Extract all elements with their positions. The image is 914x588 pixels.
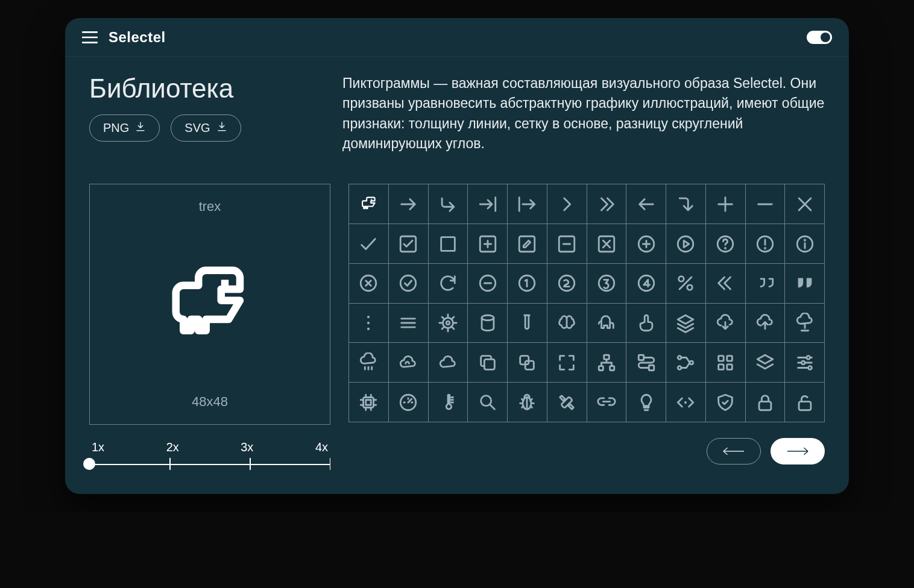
tools-icon[interactable] bbox=[547, 383, 587, 422]
nodes-icon[interactable] bbox=[666, 343, 706, 383]
code-icon[interactable] bbox=[666, 383, 706, 422]
thermometer-icon[interactable] bbox=[429, 383, 468, 422]
plus-icon[interactable] bbox=[706, 184, 746, 224]
page-title: Библиотека bbox=[89, 74, 306, 104]
arrow-to-right-icon[interactable] bbox=[468, 184, 508, 224]
grid-dots-icon[interactable] bbox=[706, 343, 746, 383]
download-svg-label: SVG bbox=[184, 121, 210, 135]
topbar: Selectel bbox=[65, 18, 849, 57]
ship-wheel-icon[interactable] bbox=[429, 304, 468, 343]
minus-icon[interactable] bbox=[746, 184, 786, 224]
arrow-left-icon[interactable] bbox=[626, 184, 666, 224]
next-page-button[interactable] bbox=[771, 438, 825, 464]
checkbox-checked-icon[interactable] bbox=[389, 224, 429, 264]
link-icon[interactable] bbox=[587, 383, 627, 422]
menu-icon[interactable] bbox=[389, 304, 429, 343]
zoom-label-4x: 4x bbox=[315, 440, 328, 454]
x-icon[interactable] bbox=[785, 184, 825, 224]
cylinder-icon[interactable] bbox=[468, 304, 508, 343]
circle-4-icon[interactable] bbox=[626, 264, 666, 304]
svg-rect-56 bbox=[799, 401, 811, 410]
cloud-up-icon[interactable] bbox=[746, 304, 786, 343]
cloud-connect-icon[interactable] bbox=[785, 304, 825, 343]
svg-point-24 bbox=[687, 285, 693, 290]
theme-toggle[interactable] bbox=[807, 31, 832, 44]
svg-point-9 bbox=[678, 236, 694, 252]
circle-minus-icon[interactable] bbox=[468, 264, 508, 304]
search-icon[interactable] bbox=[468, 383, 508, 422]
stack-icon[interactable] bbox=[746, 343, 786, 383]
svg-rect-42 bbox=[719, 355, 724, 361]
shield-check-icon[interactable] bbox=[706, 383, 746, 422]
svg-rect-44 bbox=[719, 364, 724, 370]
corner-down-right-icon[interactable] bbox=[429, 184, 468, 224]
square-edit-icon[interactable] bbox=[508, 224, 547, 264]
download-png-button[interactable]: PNG bbox=[89, 114, 160, 142]
square-minus-icon[interactable] bbox=[547, 224, 587, 264]
sitemap-icon[interactable] bbox=[587, 343, 627, 383]
sliders-icon[interactable] bbox=[785, 343, 825, 383]
elephant-icon[interactable] bbox=[587, 304, 627, 343]
zoom-label-3x: 3x bbox=[241, 440, 253, 454]
chevron-right-icon[interactable] bbox=[547, 184, 587, 224]
gauge-icon[interactable] bbox=[389, 383, 429, 422]
svg-point-11 bbox=[725, 248, 725, 248]
chevrons-right-icon[interactable] bbox=[587, 184, 627, 224]
brain-icon[interactable] bbox=[547, 304, 587, 343]
layers-icon[interactable] bbox=[666, 304, 706, 343]
bug-icon[interactable] bbox=[508, 383, 547, 422]
trex-icon bbox=[165, 214, 255, 394]
prev-page-button[interactable] bbox=[707, 438, 761, 464]
cloud-icon[interactable] bbox=[429, 343, 468, 383]
copy-icon[interactable] bbox=[468, 343, 508, 383]
refresh-icon[interactable] bbox=[429, 264, 468, 304]
cloud-outline-icon[interactable] bbox=[389, 343, 429, 383]
percent-icon[interactable] bbox=[666, 264, 706, 304]
svg-rect-31 bbox=[484, 359, 494, 369]
hand-point-icon[interactable] bbox=[626, 304, 666, 343]
circle-x-icon[interactable] bbox=[349, 264, 389, 304]
svg-rect-55 bbox=[759, 401, 771, 410]
fullscreen-icon[interactable] bbox=[547, 343, 587, 383]
square-icon[interactable] bbox=[429, 224, 468, 264]
circle-check-icon[interactable] bbox=[389, 264, 429, 304]
arrow-from-left-icon[interactable] bbox=[508, 184, 547, 224]
zoom-slider[interactable]: 1x 2x 3x 4x bbox=[89, 440, 330, 470]
unlock-icon[interactable] bbox=[785, 383, 825, 422]
zoom-thumb[interactable] bbox=[83, 458, 95, 470]
chevrons-left-icon[interactable] bbox=[706, 264, 746, 304]
circle-plus-icon[interactable] bbox=[626, 224, 666, 264]
svg-rect-43 bbox=[727, 355, 733, 361]
svg-point-47 bbox=[801, 361, 805, 364]
content: Библиотека PNG SVG Пиктограммы — важная … bbox=[65, 57, 849, 494]
download-svg-button[interactable]: SVG bbox=[171, 114, 241, 142]
svg-rect-5 bbox=[520, 236, 535, 252]
arrow-right-icon[interactable] bbox=[389, 184, 429, 224]
circle-question-icon[interactable] bbox=[706, 224, 746, 264]
circle-info-icon[interactable] bbox=[785, 224, 825, 264]
menu-icon[interactable] bbox=[82, 31, 98, 44]
square-plus-icon[interactable] bbox=[468, 224, 508, 264]
download-icon bbox=[216, 121, 227, 135]
bulb-icon[interactable] bbox=[626, 383, 666, 422]
lock-icon[interactable] bbox=[746, 383, 786, 422]
circle-3-icon[interactable] bbox=[587, 264, 627, 304]
cpu-icon[interactable] bbox=[349, 383, 389, 422]
cloud-rain-icon[interactable] bbox=[349, 343, 389, 383]
quote-outline-icon[interactable] bbox=[746, 264, 786, 304]
circle-exclamation-icon[interactable] bbox=[746, 224, 786, 264]
test-tube-icon[interactable] bbox=[508, 304, 547, 343]
circle-play-icon[interactable] bbox=[666, 224, 706, 264]
circle-2-icon[interactable] bbox=[547, 264, 587, 304]
square-x-icon[interactable] bbox=[587, 224, 627, 264]
route-icon[interactable] bbox=[626, 343, 666, 383]
quote-fill-icon[interactable] bbox=[785, 264, 825, 304]
dots-vertical-icon[interactable] bbox=[349, 304, 389, 343]
zoom-label-2x: 2x bbox=[166, 440, 179, 454]
check-icon[interactable] bbox=[349, 224, 389, 264]
trex-icon[interactable] bbox=[349, 184, 389, 224]
corner-right-down-icon[interactable] bbox=[666, 184, 706, 224]
overlap-icon[interactable] bbox=[508, 343, 547, 383]
circle-1-icon[interactable] bbox=[508, 264, 547, 304]
cloud-down-icon[interactable] bbox=[706, 304, 746, 343]
